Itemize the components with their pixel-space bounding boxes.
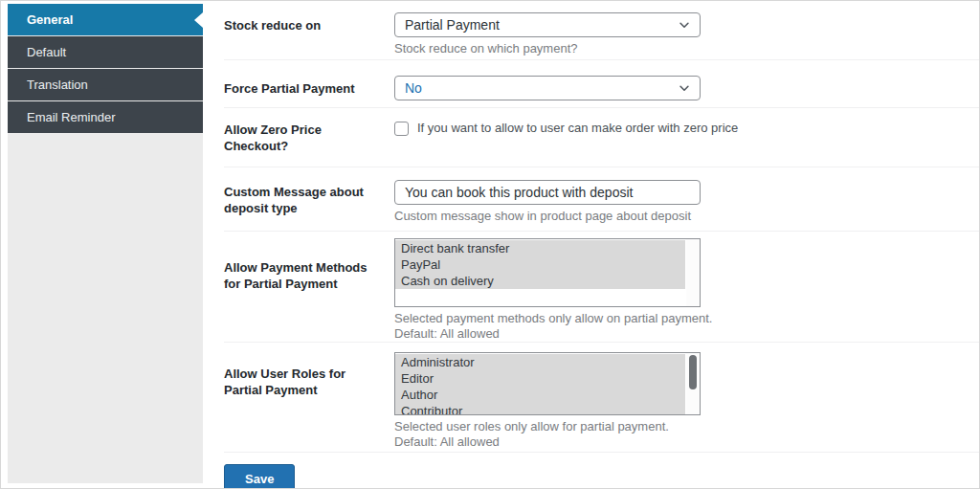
save-button[interactable]: Save — [224, 464, 295, 488]
settings-form: Stock reduce on Partial Payment Stock re… — [203, 1, 979, 488]
custom-message-input[interactable] — [394, 180, 701, 205]
settings-tabs-sidebar: General Default Translation Email Remind… — [8, 4, 203, 483]
help-text: Selected payment methods only allow on p… — [394, 311, 979, 326]
payment-methods-multiselect[interactable]: Direct bank transfer PayPal Cash on deli… — [394, 238, 701, 307]
help-text: Default: All allowed — [394, 434, 979, 450]
tab-label: General — [27, 12, 73, 27]
tab-translation[interactable]: Translation — [8, 69, 203, 100]
option-editor[interactable]: Editor — [395, 370, 685, 387]
help-text: Default: All allowed — [394, 326, 979, 342]
tab-label: Default — [27, 45, 66, 59]
option-list: Direct bank transfer PayPal Cash on deli… — [395, 239, 685, 289]
form-row-save: Save — [224, 453, 979, 488]
field-label: Stock reduce on — [224, 12, 394, 56]
force-partial-payment-select[interactable]: No — [394, 76, 701, 100]
field-label: Force Partial Payment — [224, 76, 394, 100]
field-label: Custom Message about deposit type — [224, 180, 394, 224]
chevron-down-icon — [678, 81, 691, 95]
option-paypal[interactable]: PayPal — [395, 256, 685, 273]
option-administrator[interactable]: Administrator — [395, 354, 685, 370]
field-label: Allow User Roles for Partial Payment — [224, 352, 394, 450]
tab-email-reminder[interactable]: Email Reminder — [8, 101, 203, 133]
form-row-payment-methods: Allow Payment Methods for Partial Paymen… — [224, 232, 979, 343]
form-row-user-roles: Allow User Roles for Partial Payment Adm… — [224, 343, 979, 453]
scrollbar-track[interactable] — [686, 239, 700, 306]
tab-default[interactable]: Default — [8, 36, 203, 68]
chevron-down-icon — [678, 18, 691, 32]
field-label: Allow Payment Methods for Partial Paymen… — [224, 238, 394, 342]
form-row-force-partial-payment: Force Partial Payment No — [224, 60, 979, 108]
checkbox-label: If you want to allow to user can make or… — [417, 121, 738, 136]
help-text: Selected user roles only allow for parti… — [394, 419, 979, 434]
tab-general[interactable]: General — [8, 4, 203, 35]
tab-label: Translation — [27, 78, 88, 92]
field-label: Allow Zero Price Checkout? — [224, 121, 394, 154]
settings-panel: General Default Translation Email Remind… — [0, 0, 980, 489]
scrollbar-thumb[interactable] — [689, 355, 697, 389]
zero-price-checkout-checkbox[interactable] — [394, 122, 409, 136]
option-cash-on-delivery[interactable]: Cash on delivery — [395, 273, 685, 289]
user-roles-multiselect[interactable]: Administrator Editor Author Contributor — [394, 352, 701, 415]
scrollbar-track[interactable] — [686, 353, 700, 414]
page-background: General Default Translation Email Remind… — [0, 0, 980, 489]
select-value: No — [405, 80, 422, 96]
form-row-stock-reduce-on: Stock reduce on Partial Payment Stock re… — [224, 1, 979, 60]
active-tab-arrow — [194, 12, 203, 28]
option-author[interactable]: Author — [395, 387, 685, 403]
help-text: Stock reduce on which payment? — [394, 41, 979, 56]
option-direct-bank-transfer[interactable]: Direct bank transfer — [395, 240, 685, 256]
help-text: Custom message show in product page abou… — [394, 209, 979, 224]
form-row-custom-message: Custom Message about deposit type Custom… — [224, 167, 979, 232]
select-value: Partial Payment — [405, 17, 500, 33]
stock-reduce-on-select[interactable]: Partial Payment — [394, 12, 701, 37]
option-contributor[interactable]: Contributor — [395, 403, 685, 415]
option-list: Administrator Editor Author Contributor — [395, 353, 685, 415]
form-row-zero-price-checkout: Allow Zero Price Checkout? If you want t… — [224, 108, 979, 167]
tab-label: Email Reminder — [27, 110, 115, 124]
